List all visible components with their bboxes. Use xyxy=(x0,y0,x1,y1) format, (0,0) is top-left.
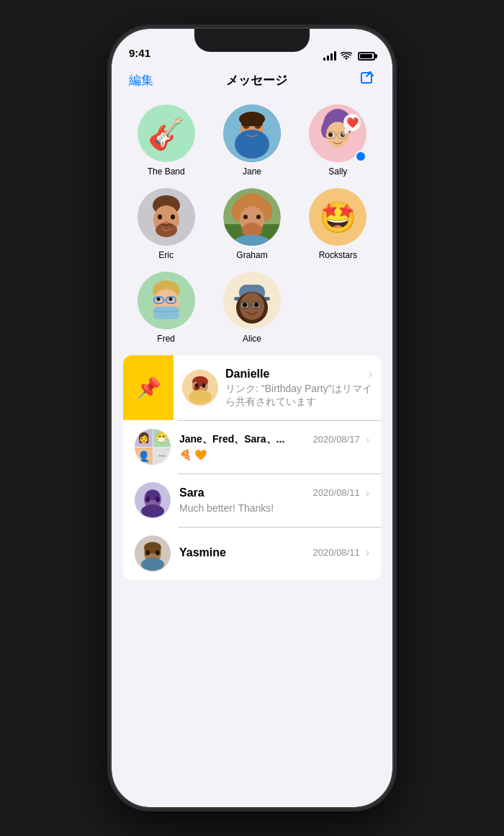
svg-point-44 xyxy=(156,298,160,301)
svg-rect-46 xyxy=(153,306,179,319)
svg-point-74 xyxy=(145,551,150,556)
svg-point-45 xyxy=(168,298,172,301)
contact-avatar-eric xyxy=(138,188,195,246)
contact-name-the-band: The Band xyxy=(148,166,185,177)
page-title: メッセージ xyxy=(226,72,287,89)
svg-point-62 xyxy=(195,383,199,388)
contact-avatar-alice xyxy=(223,272,281,329)
svg-point-27 xyxy=(164,221,168,224)
contact-jane[interactable]: Jane xyxy=(215,104,289,177)
message-item-yasmine[interactable]: Yasmine 2020/08/11 › xyxy=(123,527,381,580)
svg-point-25 xyxy=(158,215,162,220)
sara-sender: Sara xyxy=(179,486,204,499)
svg-rect-0 xyxy=(361,73,372,83)
chevron-icon-sara: › xyxy=(366,486,369,499)
message-item-sara[interactable]: Sara 2020/08/11 › Much better! Thanks! xyxy=(123,473,381,527)
svg-point-35 xyxy=(243,215,248,219)
message-item-group[interactable]: 👩 😷 👤 ··· Jane、Fred、Sara、... 2020/08/17 … xyxy=(123,420,381,473)
svg-point-69 xyxy=(156,497,160,502)
message-item-danielle[interactable]: 📌 xyxy=(123,355,381,420)
unread-badge-sally xyxy=(355,151,366,162)
status-time: 9:41 xyxy=(129,47,150,61)
contact-eric[interactable]: Eric xyxy=(129,188,203,260)
pin-icon: 📌 xyxy=(136,376,161,400)
phone-wrapper: 9:41 xyxy=(0,0,504,836)
svg-point-36 xyxy=(256,215,261,219)
sally-name-row: Sally xyxy=(328,166,347,177)
status-icons xyxy=(323,51,375,61)
pinned-contacts-grid: 🎸 The Band xyxy=(123,99,381,355)
contact-name-sally: Sally xyxy=(328,166,347,177)
contact-name-rockstars: Rockstars xyxy=(319,250,357,260)
group-time: 2020/08/17 xyxy=(313,434,360,445)
battery-fill xyxy=(360,54,372,58)
contact-name-alice: Alice xyxy=(243,334,261,344)
pinned-right: Danielle › リンク: "Birthday Party"はリマイら共有さ… xyxy=(174,355,381,420)
signal-bar-4 xyxy=(334,51,336,61)
yasmine-time-row: 2020/08/11 › xyxy=(313,546,369,559)
svg-point-3 xyxy=(235,130,269,159)
svg-point-20 xyxy=(342,133,345,135)
yasmine-time: 2020/08/11 xyxy=(313,547,360,558)
edit-button[interactable]: 編集 xyxy=(129,72,153,89)
group-preview: 🍕 🧡 xyxy=(179,449,207,461)
contact-avatar-fred xyxy=(138,272,195,329)
contact-name-eric: Eric xyxy=(158,250,174,260)
battery-icon xyxy=(358,52,375,61)
svg-rect-7 xyxy=(241,120,263,126)
contact-name-graham: Graham xyxy=(236,250,267,260)
header: 編集 メッセージ xyxy=(123,65,381,99)
danielle-sender: Danielle xyxy=(225,368,269,381)
avatar-sara xyxy=(135,482,171,518)
chevron-icon-yasmine: › xyxy=(366,546,369,559)
yasmine-content: Yasmine 2020/08/11 › xyxy=(179,546,369,561)
svg-point-63 xyxy=(202,383,206,388)
contact-avatar-the-band: 🎸 xyxy=(138,104,195,162)
svg-point-64 xyxy=(189,390,212,404)
yasmine-sender: Yasmine xyxy=(179,546,226,559)
app-content: 編集 メッセージ 🎸 The Band xyxy=(112,65,392,580)
contact-avatar-rockstars: 🤩 xyxy=(309,188,366,246)
svg-point-70 xyxy=(141,504,164,517)
sara-time: 2020/08/11 xyxy=(313,487,360,498)
contact-alice[interactable]: Alice xyxy=(215,272,289,344)
group-content: Jane、Fred、Sara、... 2020/08/17 › 🍕 🧡 xyxy=(179,433,369,461)
phone-frame: 9:41 xyxy=(112,29,392,807)
contact-avatar-jane xyxy=(223,104,281,162)
contact-graham[interactable]: Graham xyxy=(215,188,289,260)
svg-point-19 xyxy=(344,129,348,133)
chevron-icon-group: › xyxy=(366,433,369,446)
signal-bars-icon xyxy=(323,51,336,61)
notch xyxy=(194,29,310,52)
contact-sally[interactable]: ❤️ Sally xyxy=(301,104,375,177)
wifi-icon xyxy=(341,52,352,61)
contact-fred[interactable]: Fred xyxy=(129,272,203,344)
yasmine-header: Yasmine 2020/08/11 › xyxy=(179,546,369,559)
pin-indicator: 📌 xyxy=(123,355,174,420)
avatar-group: 👩 😷 👤 ··· xyxy=(135,429,171,465)
compose-button[interactable] xyxy=(359,71,375,90)
avatar-yasmine xyxy=(135,535,171,572)
contact-the-band[interactable]: 🎸 The Band xyxy=(129,104,203,177)
svg-point-68 xyxy=(145,497,150,502)
svg-point-15 xyxy=(328,133,333,137)
contact-rockstars[interactable]: 🤩 Rockstars xyxy=(301,188,375,260)
sara-preview: Much better! Thanks! xyxy=(179,502,274,514)
sara-header: Sara 2020/08/11 › xyxy=(179,486,369,499)
sara-content: Sara 2020/08/11 › Much better! Thanks! xyxy=(179,486,369,515)
svg-text:❤️: ❤️ xyxy=(346,117,359,129)
chevron-icon: › xyxy=(369,368,372,381)
danielle-preview: リンク: "Birthday Party"はリマイら共有されています xyxy=(225,383,372,409)
signal-bar-3 xyxy=(330,53,333,61)
danielle-header: Danielle › xyxy=(225,368,372,381)
svg-point-55 xyxy=(243,303,247,307)
message-list: 📌 xyxy=(123,355,381,580)
signal-bar-2 xyxy=(327,55,329,61)
svg-point-56 xyxy=(254,303,258,307)
svg-point-75 xyxy=(156,551,160,556)
group-header: Jane、Fred、Sara、... 2020/08/17 › xyxy=(179,433,369,446)
contact-avatar-graham xyxy=(223,188,281,246)
contact-name-jane: Jane xyxy=(243,166,261,177)
contact-name-fred: Fred xyxy=(157,334,175,344)
svg-point-26 xyxy=(171,215,175,220)
